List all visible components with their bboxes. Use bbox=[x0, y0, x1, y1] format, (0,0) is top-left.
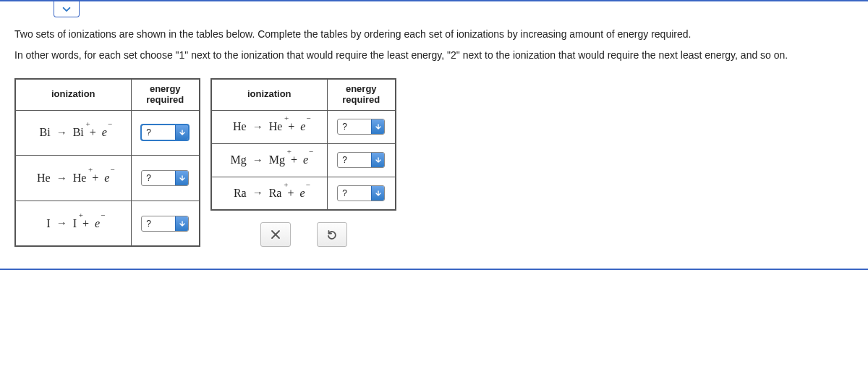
ionization-eq: Mg → Mg+ + e− bbox=[211, 143, 327, 177]
ionization-eq: I → I+ + e− bbox=[15, 201, 131, 246]
dropdown-arrow-icon bbox=[371, 186, 384, 201]
dropdown-arrow-icon bbox=[175, 216, 188, 231]
arrow-icon: → bbox=[56, 217, 67, 229]
arrow-icon: → bbox=[56, 172, 67, 185]
ionization-table-1: ionization energy required Bi → Bi+ + e− bbox=[14, 78, 200, 247]
energy-select-t1-r3[interactable]: ? bbox=[141, 216, 189, 232]
question-content: Two sets of ionizations are shown in the… bbox=[0, 17, 868, 270]
table2-header-ionization: ionization bbox=[211, 79, 327, 110]
table-row: He → He+ + e− ? bbox=[15, 156, 200, 201]
energy-select-t1-r1[interactable]: ? bbox=[141, 125, 189, 140]
dropdown-arrow-icon bbox=[175, 171, 188, 185]
energy-select-t2-r1[interactable]: ? bbox=[337, 119, 385, 135]
undo-icon bbox=[326, 228, 339, 241]
ionization-table-2: ionization energy required He → He+ bbox=[210, 78, 396, 211]
table2-column: ionization energy required He → He+ bbox=[210, 78, 396, 247]
arrow-icon: → bbox=[252, 187, 263, 199]
chevron-down-icon bbox=[61, 4, 72, 14]
instruction-line-2: In other words, for each set choose "1" … bbox=[14, 48, 854, 62]
table1-header-energy: energy required bbox=[131, 79, 200, 110]
ionization-eq: Bi → Bi+ + e− bbox=[15, 110, 131, 156]
table-row: Bi → Bi+ + e− ? bbox=[15, 110, 200, 156]
instruction-line-1: Two sets of ionizations are shown in the… bbox=[14, 28, 854, 41]
energy-select-t2-r3[interactable]: ? bbox=[337, 185, 385, 201]
ionization-eq: He → He+ + e− bbox=[15, 156, 131, 201]
table1-header-ionization: ionization bbox=[15, 79, 131, 110]
close-icon bbox=[270, 229, 281, 240]
table-row: Ra → Ra+ + e− ? bbox=[211, 177, 396, 210]
table-row: Mg → Mg+ + e− ? bbox=[211, 143, 396, 177]
reset-button[interactable] bbox=[317, 222, 347, 247]
energy-select-t1-r2[interactable]: ? bbox=[141, 170, 189, 186]
clear-button[interactable] bbox=[260, 222, 291, 247]
ionization-eq: He → He+ + e− bbox=[211, 110, 327, 143]
instructions: Two sets of ionizations are shown in the… bbox=[14, 28, 854, 62]
energy-select-t2-r2[interactable]: ? bbox=[337, 152, 385, 168]
arrow-icon: → bbox=[252, 154, 263, 166]
panel-topbar bbox=[0, 0, 868, 17]
action-buttons bbox=[210, 222, 396, 247]
table-row: He → He+ + e− ? bbox=[211, 110, 396, 143]
dropdown-arrow-icon bbox=[175, 125, 188, 140]
tables-container: ionization energy required Bi → Bi+ + e− bbox=[14, 78, 854, 247]
table-row: I → I+ + e− ? bbox=[15, 201, 200, 246]
arrow-icon: → bbox=[252, 121, 263, 133]
dropdown-arrow-icon bbox=[371, 153, 384, 167]
dropdown-arrow-icon bbox=[371, 119, 384, 134]
arrow-icon: → bbox=[56, 127, 67, 139]
ionization-eq: Ra → Ra+ + e− bbox=[211, 177, 327, 210]
collapse-toggle[interactable] bbox=[54, 1, 80, 17]
table2-header-energy: energy required bbox=[327, 79, 396, 110]
